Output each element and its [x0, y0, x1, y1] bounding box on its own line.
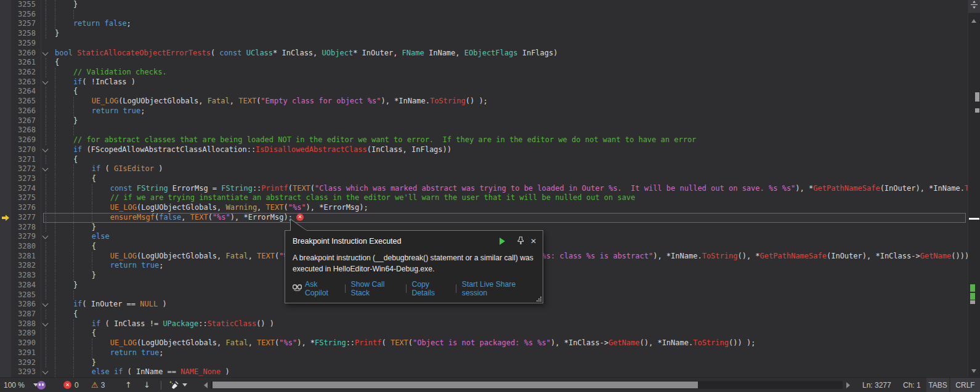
breakpoint-margin[interactable]	[0, 290, 11, 300]
breakpoint-margin[interactable]	[0, 126, 11, 135]
fold-chevron-icon[interactable]	[36, 78, 55, 87]
copy-details-link[interactable]: Copy Details	[412, 280, 450, 297]
scroll-right-arrow[interactable]	[846, 378, 853, 392]
breakpoint-margin[interactable]	[0, 10, 11, 20]
split-editor-handle[interactable]	[968, 0, 980, 13]
code-line-3292[interactable]: 3292}	[0, 358, 980, 368]
code-line-3275[interactable]: 3275// if we are trying instantiate an a…	[0, 193, 980, 203]
fold-chevron-icon[interactable]	[36, 145, 55, 155]
show-call-stack-link[interactable]: Show Call Stack	[351, 280, 400, 297]
breakpoint-margin[interactable]	[0, 281, 11, 290]
code-line-3270[interactable]: 3270if (FScopedAllowAbstractClassAllocat…	[0, 145, 980, 155]
breakpoint-margin[interactable]	[0, 319, 11, 329]
horizontal-scrollbar[interactable]	[211, 381, 843, 389]
breakpoint-margin[interactable]	[0, 242, 11, 252]
resize-grip[interactable]	[537, 297, 541, 302]
ask-copilot-link[interactable]: Ask Copilot	[305, 280, 339, 297]
close-icon[interactable]: ✕	[530, 237, 537, 246]
breakpoint-margin[interactable]	[0, 135, 11, 145]
breakpoint-margin[interactable]	[0, 367, 11, 377]
breakpoint-margin[interactable]	[0, 155, 11, 165]
code-line-3274[interactable]: 3274const FString ErrorMsg = FString::Pr…	[0, 184, 980, 194]
breakpoint-margin[interactable]	[0, 29, 11, 39]
error-count-button[interactable]: ✕ 0	[63, 378, 79, 392]
breakpoint-margin[interactable]	[0, 271, 11, 281]
vertical-scrollbar[interactable]	[968, 0, 980, 378]
indent-mode-toggle[interactable]: TABS	[926, 378, 949, 392]
code-line-3271[interactable]: 3271{	[0, 155, 980, 165]
breakpoint-margin[interactable]	[0, 145, 11, 155]
code-line-3277[interactable]: 3277ensureMsgf(false, TEXT("%s"), *Error…	[0, 213, 980, 223]
continue-play-icon[interactable]	[500, 238, 509, 245]
code-line-3289[interactable]: 3289{	[0, 329, 980, 338]
scroll-up-arrow[interactable]	[971, 17, 976, 23]
breakpoint-margin[interactable]	[0, 223, 11, 233]
breakpoint-margin[interactable]	[0, 106, 11, 116]
breakpoint-margin[interactable]	[0, 87, 11, 97]
code-line-3264[interactable]: 3264{	[0, 87, 980, 97]
code-line-3290[interactable]: 3290UE_LOG(LogUObjectGlobals, Fatal, TEX…	[0, 338, 980, 348]
breakpoint-margin[interactable]	[0, 49, 11, 58]
start-live-share-link[interactable]: Start Live Share session	[462, 280, 535, 297]
breakpoint-popup[interactable]: Breakpoint Instruction Executed ✕ A brea…	[285, 230, 543, 303]
code-line-3293[interactable]: 3293else if ( InName == NAME_None )	[0, 367, 980, 377]
code-line-3262[interactable]: 3262// Validation checks.	[0, 68, 980, 78]
code-line-3287[interactable]: 3287{	[0, 310, 980, 319]
execution-arrow-icon[interactable]	[0, 213, 11, 223]
line-ending-toggle[interactable]: CRLF	[950, 378, 980, 392]
breakpoint-margin[interactable]	[0, 97, 11, 106]
breakpoint-margin[interactable]	[0, 68, 11, 78]
fold-chevron-icon[interactable]	[36, 232, 55, 242]
code-line-3258[interactable]: 3258}	[0, 29, 980, 39]
code-cleanup-button[interactable]	[169, 378, 187, 392]
breakpoint-margin[interactable]	[0, 0, 11, 10]
breakpoint-margin[interactable]	[0, 300, 11, 310]
breakpoint-margin[interactable]	[0, 164, 11, 174]
breakpoint-margin[interactable]	[0, 203, 11, 213]
fold-chevron-icon[interactable]	[36, 164, 55, 174]
breakpoint-margin[interactable]	[0, 78, 11, 87]
zoom-control[interactable]: 100 %	[4, 378, 38, 392]
code-line-3288[interactable]: 3288if ( InClass != UPackage::StaticClas…	[0, 319, 980, 329]
code-editor[interactable]: 3255}32563257return false;3258}32593260b…	[0, 0, 980, 378]
breakpoint-margin[interactable]	[0, 310, 11, 319]
breakpoint-margin[interactable]	[0, 39, 11, 49]
code-line-3257[interactable]: 3257return false;	[0, 19, 980, 29]
breakpoint-margin[interactable]	[0, 358, 11, 368]
scroll-down-arrow[interactable]	[971, 369, 976, 375]
code-line-3263[interactable]: 3263if( !InClass )	[0, 78, 980, 87]
prev-issue-button[interactable]: ↑	[125, 378, 132, 392]
breakpoint-margin[interactable]	[0, 338, 11, 348]
code-line-3265[interactable]: 3265UE_LOG(LogUObjectGlobals, Fatal, TEX…	[0, 97, 980, 106]
code-line-3266[interactable]: 3266return true;	[0, 106, 980, 116]
fold-chevron-icon[interactable]	[36, 319, 55, 329]
code-line-3255[interactable]: 3255}	[0, 0, 980, 10]
next-issue-button[interactable]: ↓	[144, 378, 150, 392]
code-line-3260[interactable]: 3260bool StaticAllocateObjectErrorTests(…	[0, 49, 980, 58]
code-line-3256[interactable]: 3256	[0, 10, 980, 20]
scroll-left-arrow[interactable]	[201, 378, 208, 392]
breakpoint-margin[interactable]	[0, 116, 11, 126]
breakpoint-margin[interactable]	[0, 329, 11, 338]
breakpoint-margin[interactable]	[0, 232, 11, 242]
code-line-3272[interactable]: 3272if ( GIsEditor )	[0, 164, 980, 174]
breakpoint-margin[interactable]	[0, 174, 11, 184]
fold-chevron-icon[interactable]	[36, 49, 55, 58]
fold-chevron-icon[interactable]	[36, 367, 55, 377]
copilot-status-icon[interactable]	[37, 378, 46, 392]
breakpoint-margin[interactable]	[0, 184, 11, 194]
breakpoint-margin[interactable]	[0, 193, 11, 203]
breakpoint-margin[interactable]	[0, 348, 11, 358]
code-line-3269[interactable]: 3269// for abstract classes that are bei…	[0, 135, 980, 145]
breakpoint-margin[interactable]	[0, 261, 11, 271]
code-line-3259[interactable]: 3259	[0, 39, 980, 49]
code-line-3261[interactable]: 3261{	[0, 58, 980, 68]
horizontal-scrollbar-thumb[interactable]	[213, 382, 698, 388]
breakpoint-margin[interactable]	[0, 252, 11, 262]
code-line-3267[interactable]: 3267}	[0, 116, 980, 126]
code-line-3276[interactable]: 3276UE_LOG(LogUObjectGlobals, Warning, T…	[0, 203, 980, 213]
breakpoint-margin[interactable]	[0, 19, 11, 29]
warning-count-button[interactable]: ⚠ 3	[91, 378, 105, 392]
breakpoint-margin[interactable]	[0, 58, 11, 68]
code-line-3273[interactable]: 3273{	[0, 174, 980, 184]
